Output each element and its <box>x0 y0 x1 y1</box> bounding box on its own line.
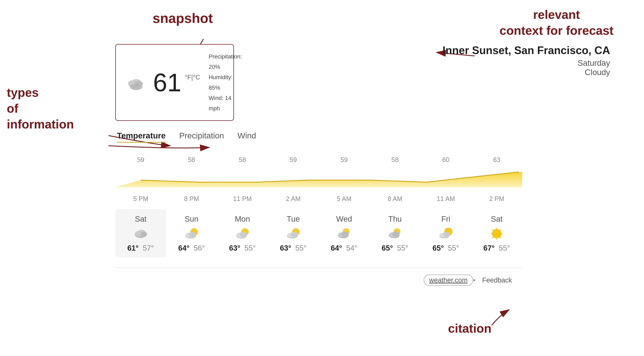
chart-temp-6: 60 <box>422 156 470 164</box>
svg-point-7 <box>136 84 142 89</box>
svg-marker-8 <box>115 172 522 187</box>
day-temps-2: 63° 55° <box>229 244 256 252</box>
chart-temp-7: 63 <box>473 156 520 164</box>
day-name-1: Sun <box>184 214 198 224</box>
svg-line-42 <box>492 229 493 230</box>
svg-point-36 <box>443 232 450 237</box>
day-name-6: Fri <box>441 214 450 224</box>
day-card-tue[interactable]: Tue 63° 55° <box>268 209 319 257</box>
chart-temp-2: 58 <box>219 156 266 164</box>
low-temp-6: 55° <box>448 244 459 252</box>
sunny-icon-7 <box>488 227 505 240</box>
chart-svg <box>115 165 522 187</box>
low-temp-3: 55° <box>295 244 307 252</box>
svg-point-37 <box>492 229 502 238</box>
day-card-wed[interactable]: Wed 64° 54° <box>319 209 370 257</box>
day-name-7: Sat <box>491 214 502 224</box>
low-temp-1: 56° <box>194 244 205 252</box>
day-temps-4: 64° 54° <box>331 244 357 252</box>
day-card-fri[interactable]: Fri 65° 55° <box>420 209 471 257</box>
svg-line-43 <box>500 237 501 238</box>
chart-temp-0: 59 <box>117 156 164 164</box>
svg-point-16 <box>189 232 196 237</box>
high-temp-7: 67° <box>483 244 495 252</box>
high-temp-5: 65° <box>382 244 393 252</box>
day-name-0: Sat <box>135 214 146 224</box>
day-name-2: Mon <box>235 214 250 224</box>
low-temp-4: 54° <box>346 244 358 252</box>
snapshot-box: 61 °F|°C Precipitation: 20% Humidity: 85… <box>115 44 234 121</box>
day-temps-7: 67° 55° <box>483 244 510 252</box>
partly-sunny-icon-6 <box>437 227 454 240</box>
day-name-4: Wed <box>336 214 352 224</box>
chart-temp-1: 58 <box>168 156 215 164</box>
time-7: 2 PM <box>473 195 520 203</box>
temperature-chart: 59 58 58 59 59 58 60 63 <box>115 156 522 190</box>
weather-com-link[interactable]: weather.com <box>424 275 473 286</box>
partly-sunny-icon-2 <box>234 227 251 240</box>
dot-separator: • <box>473 276 475 284</box>
info-tabs: Temperature Precipitation Wind <box>117 131 522 143</box>
day-card-sat-last[interactable]: Sat 67° 55° <box>471 209 522 257</box>
low-temp-5: 55° <box>397 244 408 252</box>
day-card-sat-active[interactable]: Sat 61° 57° <box>115 209 166 257</box>
tab-precipitation[interactable]: Precipitation <box>179 131 224 143</box>
svg-line-44 <box>500 229 501 230</box>
day-card-thu[interactable]: Thu 65° 55° <box>370 209 420 257</box>
svg-point-32 <box>392 231 400 237</box>
svg-point-24 <box>290 232 298 237</box>
high-temp-1: 64° <box>178 244 190 252</box>
time-6: 11 AM <box>422 195 470 203</box>
types-annotation: typesofinformation <box>7 85 74 132</box>
time-5: 8 AM <box>371 195 419 203</box>
low-temp-7: 55° <box>499 244 510 252</box>
chart-temp-5: 58 <box>371 156 419 164</box>
precipitation-detail: Precipitation: 20% <box>209 51 242 72</box>
time-4: 5 AM <box>320 195 368 203</box>
wind-detail: Wind: 14 mph <box>209 93 242 113</box>
time-3: 2 AM <box>270 195 317 203</box>
time-1: 8 PM <box>168 195 215 203</box>
day-card-mon[interactable]: Mon 63° 55° <box>217 209 268 257</box>
high-temp-2: 63° <box>229 244 240 252</box>
high-temp-6: 65° <box>432 244 444 252</box>
time-0: 5 PM <box>117 195 164 203</box>
day-name-5: Thu <box>388 214 402 224</box>
partly-sunny-icon-1 <box>183 227 200 240</box>
high-temp-3: 63° <box>280 244 291 252</box>
day-temps-1: 64° 56° <box>178 244 205 252</box>
weather-widget: 61 °F|°C Precipitation: 20% Humidity: 85… <box>115 44 522 286</box>
low-temp-0: 57° <box>143 244 154 252</box>
partly-sunny-icon-3 <box>285 227 302 240</box>
cloudy-icon-0 <box>132 227 149 240</box>
high-temp-0: 61° <box>127 244 139 252</box>
svg-line-45 <box>492 237 493 238</box>
time-2: 11 PM <box>219 195 266 203</box>
partly-sunny-icon-4 <box>336 227 352 240</box>
day-temps-6: 65° 55° <box>432 244 459 252</box>
day-card-sun[interactable]: Sun 64° 56° <box>166 209 217 257</box>
day-temps-0: 61° 57° <box>127 244 154 252</box>
tab-wind[interactable]: Wind <box>238 131 256 143</box>
feedback-link[interactable]: Feedback <box>482 276 512 284</box>
weather-details: Precipitation: 20% Humidity: 85% Wind: 1… <box>209 51 242 113</box>
tab-temperature[interactable]: Temperature <box>117 131 166 143</box>
chart-temp-3: 59 <box>270 156 317 164</box>
current-temperature: 61 <box>153 70 182 95</box>
chart-time-labels: 5 PM 8 PM 11 PM 2 AM 5 AM 8 AM 11 AM 2 P… <box>115 195 522 203</box>
snapshot-annotation: snapshot <box>152 10 213 26</box>
cloud-icon <box>126 75 146 90</box>
high-temp-4: 64° <box>331 244 342 252</box>
daily-forecast: Sat 61° 57° Sun 64° 56° <box>115 209 522 257</box>
svg-point-28 <box>341 231 349 237</box>
citation-area: weather.com • Feedback <box>115 268 522 286</box>
partly-sunny-icon-5 <box>386 227 404 240</box>
temp-units: °F|°C <box>185 74 200 81</box>
svg-point-12 <box>140 232 147 236</box>
day-temps-3: 63° 55° <box>280 244 306 252</box>
chart-temp-labels: 59 58 58 59 59 58 60 63 <box>115 156 522 164</box>
relevant-context-annotation: relevantcontext for forecast <box>500 7 614 38</box>
day-temps-5: 65° 55° <box>382 244 408 252</box>
day-name-3: Tue <box>287 214 300 224</box>
chart-temp-4: 59 <box>320 156 368 164</box>
